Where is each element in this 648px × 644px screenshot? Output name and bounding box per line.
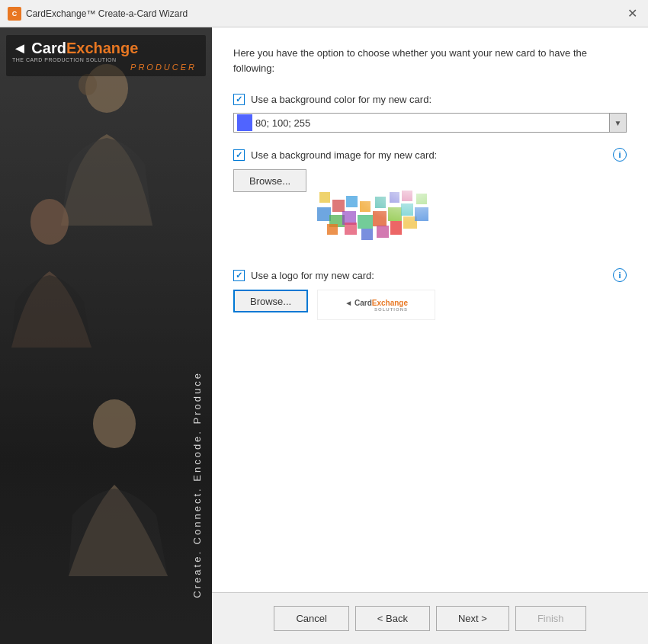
logo-exchange-text: Exchange <box>66 40 138 56</box>
logo-label: Use a logo for my new card: <box>251 270 374 281</box>
logo-section: Use a logo for my new card: i Browse... … <box>233 268 627 320</box>
bg-image-browse-row: Browse... <box>233 169 627 245</box>
color-dropdown[interactable]: 80; 100; 255 ▼ <box>233 113 627 133</box>
logo-preview-card: Card <box>354 299 372 307</box>
sidebar: ◄ CardExchange THE CARD PRODUCTION SOLUT… <box>0 27 212 644</box>
bg-image-checkbox[interactable] <box>233 149 245 161</box>
sidebar-tagline: Create. Connect. Encode. Produce <box>191 371 203 598</box>
logo-producer: PRODUCER <box>12 62 200 72</box>
right-panel: Here you have the option to choose wheth… <box>212 27 648 644</box>
next-button[interactable]: Next > <box>436 606 509 631</box>
bg-image-label-row: Use a background image for my new card: … <box>233 148 627 162</box>
bg-image-preview <box>316 169 434 245</box>
svg-text:C: C <box>12 10 18 18</box>
window-title: CardExchange™ Create-a-Card Wizard <box>26 8 624 19</box>
logo-browse-row: Browse... ◄ CardExchange SOLUTIONS <box>233 290 627 320</box>
logo-checkbox[interactable] <box>233 270 245 281</box>
cancel-button[interactable]: Cancel <box>274 606 348 631</box>
dropdown-arrow-icon: ▼ <box>609 114 626 132</box>
back-button[interactable]: < Back <box>355 606 430 631</box>
bg-image-browse-button[interactable]: Browse... <box>233 169 306 192</box>
color-value: 80; 100; 255 <box>255 117 609 129</box>
close-button[interactable]: ✕ <box>624 6 640 21</box>
bg-color-label: Use a background color for my new card: <box>251 94 431 105</box>
logo-sub: THE CARD PRODUCTION SOLUTION <box>12 57 200 62</box>
logo-info-icon[interactable]: i <box>613 268 627 282</box>
title-bar: C CardExchange™ Create-a-Card Wizard ✕ <box>0 0 648 27</box>
bg-color-section: Use a background color for my new card: … <box>233 94 627 133</box>
color-swatch <box>237 114 252 131</box>
intro-text: Here you have the option to choose wheth… <box>233 46 627 75</box>
content-area: Here you have the option to choose wheth… <box>212 27 648 592</box>
bottom-bar: Cancel < Back Next > Finish <box>212 592 648 644</box>
sidebar-logo: ◄ CardExchange THE CARD PRODUCTION SOLUT… <box>6 35 206 76</box>
logo-preview-exchange: Exchange <box>372 299 408 307</box>
sidebar-overlay <box>0 27 212 644</box>
bg-image-section: Use a background image for my new card: … <box>233 148 627 245</box>
logo-card-text: Card <box>31 40 66 56</box>
bg-color-label-row: Use a background color for my new card: <box>233 94 627 105</box>
bg-image-label: Use a background image for my new card: <box>251 149 437 161</box>
logo-label-row: Use a logo for my new card: i <box>233 268 627 282</box>
svg-rect-29 <box>316 169 434 245</box>
bg-image-info-icon[interactable]: i <box>613 148 627 162</box>
main-content: ◄ CardExchange THE CARD PRODUCTION SOLUT… <box>0 27 648 644</box>
finish-button: Finish <box>515 606 586 631</box>
app-icon: C <box>8 7 21 21</box>
logo-browse-button[interactable]: Browse... <box>233 290 308 312</box>
logo-image-preview: ◄ CardExchange SOLUTIONS <box>317 290 435 320</box>
bg-color-checkbox[interactable] <box>233 94 245 105</box>
